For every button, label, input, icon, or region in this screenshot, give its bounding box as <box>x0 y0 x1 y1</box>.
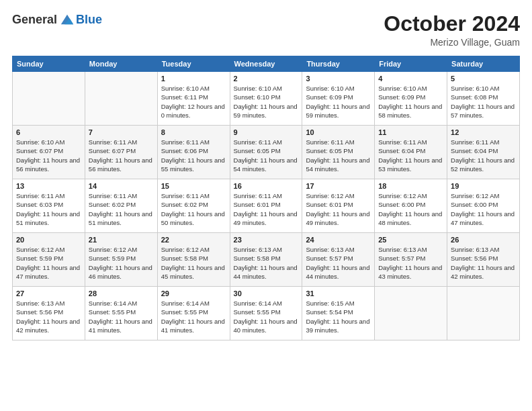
day-number: 10 <box>306 128 371 136</box>
calendar-cell <box>447 287 520 340</box>
logo: General Blue <box>12 12 102 27</box>
day-info: Sunrise: 6:12 AMSunset: 6:00 PMDaylight:… <box>451 191 516 227</box>
week-row-4: 20Sunrise: 6:12 AMSunset: 5:59 PMDayligh… <box>13 233 520 287</box>
day-number: 19 <box>451 182 516 190</box>
calendar-cell: 7Sunrise: 6:11 AMSunset: 6:07 PMDaylight… <box>85 126 157 179</box>
day-number: 23 <box>234 236 299 244</box>
day-info: Sunrise: 6:11 AMSunset: 6:05 PMDaylight:… <box>306 138 371 173</box>
day-number: 5 <box>451 75 516 83</box>
day-info: Sunrise: 6:14 AMSunset: 5:55 PMDaylight:… <box>161 299 226 334</box>
day-info: Sunrise: 6:10 AMSunset: 6:10 PMDaylight:… <box>234 84 299 120</box>
day-info: Sunrise: 6:11 AMSunset: 6:01 PMDaylight:… <box>234 191 299 227</box>
day-info: Sunrise: 6:12 AMSunset: 6:01 PMDaylight:… <box>306 191 371 227</box>
calendar-cell: 14Sunrise: 6:11 AMSunset: 6:02 PMDayligh… <box>85 179 157 233</box>
col-header-thursday: Thursday <box>302 56 375 72</box>
col-header-monday: Monday <box>85 56 157 72</box>
day-info: Sunrise: 6:10 AMSunset: 6:09 PMDaylight:… <box>378 84 443 120</box>
day-info: Sunrise: 6:13 AMSunset: 5:56 PMDaylight:… <box>451 245 516 281</box>
day-number: 1 <box>161 75 226 83</box>
calendar-cell: 12Sunrise: 6:11 AMSunset: 6:04 PMDayligh… <box>447 126 520 179</box>
day-number: 29 <box>161 289 226 298</box>
day-number: 26 <box>451 236 516 244</box>
calendar-cell: 2Sunrise: 6:10 AMSunset: 6:10 PMDaylight… <box>230 72 302 126</box>
day-info: Sunrise: 6:10 AMSunset: 6:11 PMDaylight:… <box>161 84 226 120</box>
calendar-cell: 11Sunrise: 6:11 AMSunset: 6:04 PMDayligh… <box>375 126 447 179</box>
week-row-5: 27Sunrise: 6:13 AMSunset: 5:56 PMDayligh… <box>13 287 520 340</box>
calendar-cell: 4Sunrise: 6:10 AMSunset: 6:09 PMDaylight… <box>375 72 447 126</box>
calendar-cell: 27Sunrise: 6:13 AMSunset: 5:56 PMDayligh… <box>13 287 85 340</box>
day-number: 31 <box>306 289 371 298</box>
col-header-tuesday: Tuesday <box>157 56 230 72</box>
day-number: 20 <box>16 236 81 244</box>
calendar-cell: 22Sunrise: 6:12 AMSunset: 5:58 PMDayligh… <box>157 233 230 287</box>
logo-icon <box>60 12 75 27</box>
calendar-cell: 26Sunrise: 6:13 AMSunset: 5:56 PMDayligh… <box>447 233 520 287</box>
col-header-saturday: Saturday <box>447 56 520 72</box>
calendar-cell: 3Sunrise: 6:10 AMSunset: 6:09 PMDaylight… <box>302 72 375 126</box>
calendar-table: SundayMondayTuesdayWednesdayThursdayFrid… <box>12 56 520 340</box>
calendar-cell: 1Sunrise: 6:10 AMSunset: 6:11 PMDaylight… <box>157 72 230 126</box>
calendar-cell <box>13 72 85 126</box>
calendar-cell: 31Sunrise: 6:15 AMSunset: 5:54 PMDayligh… <box>302 287 375 340</box>
day-info: Sunrise: 6:12 AMSunset: 5:58 PMDaylight:… <box>161 245 226 281</box>
calendar-cell <box>85 72 157 126</box>
col-header-sunday: Sunday <box>13 56 85 72</box>
day-info: Sunrise: 6:10 AMSunset: 6:08 PMDaylight:… <box>451 84 516 120</box>
day-info: Sunrise: 6:11 AMSunset: 6:04 PMDaylight:… <box>378 138 443 173</box>
day-number: 15 <box>161 182 226 190</box>
day-number: 25 <box>378 236 443 244</box>
day-number: 17 <box>306 182 371 190</box>
day-info: Sunrise: 6:11 AMSunset: 6:03 PMDaylight:… <box>16 191 81 227</box>
calendar-cell: 18Sunrise: 6:12 AMSunset: 6:00 PMDayligh… <box>375 179 447 233</box>
day-info: Sunrise: 6:11 AMSunset: 6:04 PMDaylight:… <box>451 138 516 173</box>
day-number: 24 <box>306 236 371 244</box>
day-info: Sunrise: 6:13 AMSunset: 5:56 PMDaylight:… <box>16 299 81 334</box>
day-info: Sunrise: 6:12 AMSunset: 5:59 PMDaylight:… <box>16 245 81 281</box>
calendar-cell: 17Sunrise: 6:12 AMSunset: 6:01 PMDayligh… <box>302 179 375 233</box>
week-row-3: 13Sunrise: 6:11 AMSunset: 6:03 PMDayligh… <box>13 179 520 233</box>
month-title: October 2024 <box>384 12 520 36</box>
calendar-cell: 29Sunrise: 6:14 AMSunset: 5:55 PMDayligh… <box>157 287 230 340</box>
title-area: October 2024 Merizo Village, Guam <box>384 12 520 48</box>
day-info: Sunrise: 6:11 AMSunset: 6:02 PMDaylight:… <box>161 191 226 227</box>
day-number: 18 <box>378 182 443 190</box>
logo-general: General <box>12 13 57 27</box>
calendar-cell: 20Sunrise: 6:12 AMSunset: 5:59 PMDayligh… <box>13 233 85 287</box>
day-info: Sunrise: 6:13 AMSunset: 5:57 PMDaylight:… <box>306 245 371 281</box>
day-info: Sunrise: 6:14 AMSunset: 5:55 PMDaylight:… <box>234 299 299 334</box>
page: General Blue October 2024 Merizo Village… <box>0 0 532 411</box>
day-info: Sunrise: 6:12 AMSunset: 6:00 PMDaylight:… <box>378 191 443 227</box>
logo-blue: Blue <box>76 13 102 27</box>
calendar-cell: 5Sunrise: 6:10 AMSunset: 6:08 PMDaylight… <box>447 72 520 126</box>
day-info: Sunrise: 6:13 AMSunset: 5:57 PMDaylight:… <box>378 245 443 281</box>
day-number: 16 <box>234 182 299 190</box>
day-info: Sunrise: 6:11 AMSunset: 6:02 PMDaylight:… <box>89 191 154 227</box>
day-number: 6 <box>16 128 81 136</box>
calendar-cell: 8Sunrise: 6:11 AMSunset: 6:06 PMDaylight… <box>157 126 230 179</box>
day-number: 30 <box>234 289 299 298</box>
week-row-2: 6Sunrise: 6:10 AMSunset: 6:07 PMDaylight… <box>13 126 520 179</box>
calendar-cell: 19Sunrise: 6:12 AMSunset: 6:00 PMDayligh… <box>447 179 520 233</box>
header: General Blue October 2024 Merizo Village… <box>12 12 520 48</box>
day-number: 8 <box>161 128 226 136</box>
day-number: 12 <box>451 128 516 136</box>
calendar-cell: 24Sunrise: 6:13 AMSunset: 5:57 PMDayligh… <box>302 233 375 287</box>
calendar-cell: 28Sunrise: 6:14 AMSunset: 5:55 PMDayligh… <box>85 287 157 340</box>
calendar-header-row: SundayMondayTuesdayWednesdayThursdayFrid… <box>13 56 520 72</box>
day-number: 9 <box>234 128 299 136</box>
day-number: 14 <box>89 182 154 190</box>
day-info: Sunrise: 6:10 AMSunset: 6:09 PMDaylight:… <box>306 84 371 120</box>
day-info: Sunrise: 6:15 AMSunset: 5:54 PMDaylight:… <box>306 299 371 334</box>
day-info: Sunrise: 6:14 AMSunset: 5:55 PMDaylight:… <box>89 299 154 334</box>
calendar-cell: 9Sunrise: 6:11 AMSunset: 6:05 PMDaylight… <box>230 126 302 179</box>
calendar-cell <box>375 287 447 340</box>
day-number: 3 <box>306 75 371 83</box>
day-info: Sunrise: 6:11 AMSunset: 6:07 PMDaylight:… <box>89 138 154 173</box>
calendar-cell: 13Sunrise: 6:11 AMSunset: 6:03 PMDayligh… <box>13 179 85 233</box>
day-info: Sunrise: 6:12 AMSunset: 5:59 PMDaylight:… <box>89 245 154 281</box>
day-number: 7 <box>89 128 154 136</box>
calendar-cell: 30Sunrise: 6:14 AMSunset: 5:55 PMDayligh… <box>230 287 302 340</box>
day-number: 11 <box>378 128 443 136</box>
day-info: Sunrise: 6:10 AMSunset: 6:07 PMDaylight:… <box>16 138 81 173</box>
calendar-cell: 16Sunrise: 6:11 AMSunset: 6:01 PMDayligh… <box>230 179 302 233</box>
